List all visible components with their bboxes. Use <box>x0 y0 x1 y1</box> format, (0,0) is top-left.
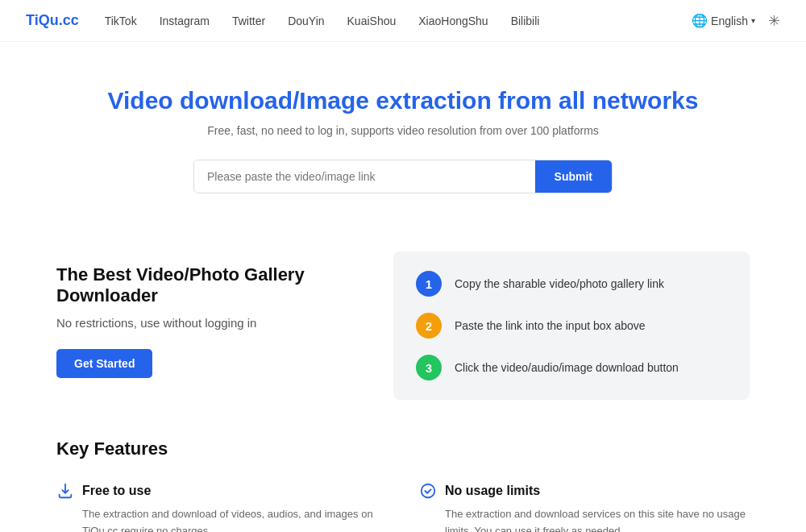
nav-tiktok[interactable]: TikTok <box>105 15 137 27</box>
main-content: The Best Video/Photo Gallery Downloader … <box>40 226 766 532</box>
hero-title: Video download/Image extraction from all… <box>16 87 790 114</box>
step-text-2: Paste the link into the input box above <box>455 319 646 332</box>
search-bar: Submit <box>193 160 613 193</box>
globe-icon: 🌐 <box>692 13 708 28</box>
nav-kuaishou[interactable]: KuaiShou <box>347 15 397 27</box>
nav-twitter[interactable]: Twitter <box>232 15 265 27</box>
downloader-section: The Best Video/Photo Gallery Downloader … <box>56 251 750 400</box>
step-1: 1 Copy the sharable video/photo gallery … <box>416 271 727 297</box>
nav-links: TikTok Instagram Twitter DouYin KuaiShou… <box>105 15 692 27</box>
step-3: 3 Click the video/audio/image download b… <box>416 355 727 380</box>
language-label: English <box>711 15 748 27</box>
nav-bilibili[interactable]: Bilibili <box>511 15 540 27</box>
hero-subtitle: Free, fast, no need to log in, supports … <box>16 124 790 137</box>
downloader-heading: The Best Video/Photo Gallery Downloader <box>56 264 368 306</box>
language-selector[interactable]: 🌐 English ▾ <box>692 13 755 28</box>
step-badge-2: 2 <box>416 313 442 339</box>
feature-no-limits: No usage limits The extraction and downl… <box>419 482 750 532</box>
nav-instagram[interactable]: Instagram <box>160 15 210 27</box>
nav-douyin[interactable]: DouYin <box>288 15 324 27</box>
hero-section: Video download/Image extraction from all… <box>0 42 806 226</box>
get-started-button[interactable]: Get Started <box>56 349 152 378</box>
downloader-left: The Best Video/Photo Gallery Downloader … <box>56 251 368 400</box>
submit-button[interactable]: Submit <box>535 160 612 193</box>
download-icon <box>56 482 74 500</box>
features-section: Key Features Free to use The extraction … <box>56 438 750 532</box>
navbar: TiQu.cc TikTok Instagram Twitter DouYin … <box>0 0 806 42</box>
nav-xiaohongshu[interactable]: XiaoHongShu <box>418 15 488 27</box>
step-badge-3: 3 <box>416 355 442 380</box>
check-circle-icon <box>419 482 437 500</box>
feature-no-limits-title: No usage limits <box>445 484 540 498</box>
step-text-1: Copy the sharable video/photo gallery li… <box>455 277 664 290</box>
feature-free: Free to use The extraction and download … <box>56 482 387 532</box>
chevron-down-icon: ▾ <box>751 16 755 25</box>
search-input[interactable] <box>194 160 535 193</box>
step-text-3: Click the video/audio/image download but… <box>455 361 679 374</box>
step-badge-1: 1 <box>416 271 442 297</box>
feature-no-limits-header: No usage limits <box>419 482 750 500</box>
logo[interactable]: TiQu.cc <box>26 12 79 29</box>
feature-free-desc: The extraction and download of videos, a… <box>56 506 387 532</box>
navbar-right: 🌐 English ▾ ✳ <box>692 12 780 30</box>
feature-free-title: Free to use <box>82 484 151 498</box>
features-heading: Key Features <box>56 438 750 459</box>
features-grid: Free to use The extraction and download … <box>56 482 750 532</box>
feature-free-header: Free to use <box>56 482 387 500</box>
theme-toggle-icon[interactable]: ✳ <box>768 12 780 30</box>
steps-panel: 1 Copy the sharable video/photo gallery … <box>393 251 750 400</box>
feature-no-limits-desc: The extraction and download services on … <box>419 506 750 532</box>
step-2: 2 Paste the link into the input box abov… <box>416 313 727 339</box>
svg-point-0 <box>422 484 435 498</box>
downloader-subheading: No restrictions, use without logging in <box>56 316 368 330</box>
